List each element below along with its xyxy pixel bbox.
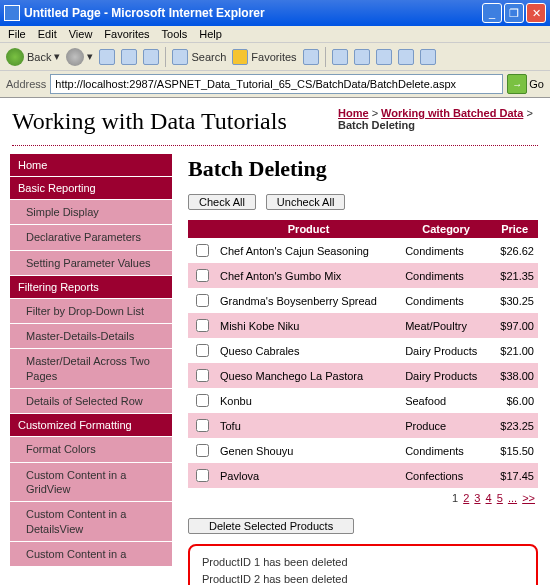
cell-price: $15.50 (491, 438, 538, 463)
cell-price: $23.25 (491, 413, 538, 438)
research-icon[interactable] (420, 49, 436, 65)
favorites-label: Favorites (251, 51, 296, 63)
table-row: TofuProduce$23.25 (188, 413, 538, 438)
nav-item[interactable]: Master-Details-Details (10, 324, 172, 349)
row-checkbox[interactable] (196, 469, 209, 482)
menu-help[interactable]: Help (199, 28, 222, 40)
nav-item[interactable]: Details of Selected Row (10, 389, 172, 414)
nav-item[interactable]: Custom Content in a (10, 542, 172, 567)
minimize-button[interactable]: _ (482, 3, 502, 23)
row-checkbox[interactable] (196, 319, 209, 332)
nav-item[interactable]: Simple Display (10, 200, 172, 225)
go-icon: → (507, 74, 527, 94)
menu-view[interactable]: View (69, 28, 93, 40)
breadcrumb-parent[interactable]: Working with Batched Data (381, 107, 523, 119)
cell-price: $97.00 (491, 313, 538, 338)
nav-item[interactable]: Master/Detail Across Two Pages (10, 349, 172, 389)
pager-page[interactable]: 2 (463, 492, 469, 504)
table-row: PavlovaConfections$17.45 (188, 463, 538, 488)
breadcrumb-current: Batch Deleting (338, 119, 415, 131)
cell-category: Dairy Products (401, 338, 491, 363)
nav-head[interactable]: Basic Reporting (10, 177, 172, 200)
search-label: Search (191, 51, 226, 63)
breadcrumb-home[interactable]: Home (338, 107, 369, 119)
close-button[interactable]: ✕ (526, 3, 546, 23)
window-titlebar: Untitled Page - Microsoft Internet Explo… (0, 0, 550, 26)
col-category[interactable]: Category (401, 220, 491, 238)
pager-current: 1 (452, 492, 458, 504)
pager-page[interactable]: 3 (474, 492, 480, 504)
col-check (188, 220, 216, 238)
mail-icon[interactable] (332, 49, 348, 65)
pager-page[interactable]: 5 (497, 492, 503, 504)
forward-icon (66, 48, 84, 66)
cell-product: Chef Anton's Gumbo Mix (216, 263, 401, 288)
row-checkbox[interactable] (196, 444, 209, 457)
cell-product: Tofu (216, 413, 401, 438)
forward-button[interactable]: ▾ (66, 48, 93, 66)
row-checkbox[interactable] (196, 294, 209, 307)
result-message: ProductID 2 has been deleted (202, 571, 524, 586)
nav-head[interactable]: Filtering Reports (10, 276, 172, 299)
cell-category: Confections (401, 463, 491, 488)
sidebar: HomeBasic ReportingSimple DisplayDeclara… (0, 150, 172, 585)
menu-edit[interactable]: Edit (38, 28, 57, 40)
uncheck-all-button[interactable]: Uncheck All (266, 194, 345, 210)
row-checkbox[interactable] (196, 344, 209, 357)
menu-file[interactable]: File (8, 28, 26, 40)
pager-page[interactable]: 4 (486, 492, 492, 504)
cell-product: Grandma's Boysenberry Spread (216, 288, 401, 313)
back-button[interactable]: Back ▾ (6, 48, 60, 66)
cell-price: $17.45 (491, 463, 538, 488)
history-icon[interactable] (303, 49, 319, 65)
edit-icon[interactable] (376, 49, 392, 65)
discuss-icon[interactable] (398, 49, 414, 65)
nav-item[interactable]: Format Colors (10, 437, 172, 462)
table-row: Chef Anton's Gumbo MixCondiments$21.35 (188, 263, 538, 288)
cell-category: Condiments (401, 263, 491, 288)
cell-price: $21.35 (491, 263, 538, 288)
menu-tools[interactable]: Tools (162, 28, 188, 40)
search-icon (172, 49, 188, 65)
row-checkbox[interactable] (196, 269, 209, 282)
go-button[interactable]: →Go (507, 74, 544, 94)
restore-button[interactable]: ❐ (504, 3, 524, 23)
cell-product: Pavlova (216, 463, 401, 488)
cell-category: Produce (401, 413, 491, 438)
print-icon[interactable] (354, 49, 370, 65)
cell-price: $38.00 (491, 363, 538, 388)
nav-item[interactable]: Declarative Parameters (10, 225, 172, 250)
nav-item[interactable]: Filter by Drop-Down List (10, 299, 172, 324)
nav-item[interactable]: Setting Parameter Values (10, 251, 172, 276)
nav-head[interactable]: Customized Formatting (10, 414, 172, 437)
nav-head[interactable]: Home (10, 154, 172, 177)
row-checkbox[interactable] (196, 244, 209, 257)
divider (12, 145, 538, 146)
cell-price: $6.00 (491, 388, 538, 413)
stop-icon[interactable] (99, 49, 115, 65)
address-label: Address (6, 78, 46, 90)
pager-next[interactable]: >> (522, 492, 535, 504)
content-heading: Batch Deleting (188, 156, 538, 182)
table-row: Mishi Kobe NikuMeat/Poultry$97.00 (188, 313, 538, 338)
home-icon[interactable] (143, 49, 159, 65)
menubar: File Edit View Favorites Tools Help (0, 26, 550, 43)
refresh-icon[interactable] (121, 49, 137, 65)
search-button[interactable]: Search (172, 49, 226, 65)
col-price[interactable]: Price (491, 220, 538, 238)
col-product[interactable]: Product (216, 220, 401, 238)
menu-favorites[interactable]: Favorites (104, 28, 149, 40)
favorites-button[interactable]: Favorites (232, 49, 296, 65)
row-checkbox[interactable] (196, 369, 209, 382)
cell-product: Konbu (216, 388, 401, 413)
pager: 1 2 3 4 5 ... >> (188, 488, 538, 508)
row-checkbox[interactable] (196, 394, 209, 407)
pager-ellipsis[interactable]: ... (508, 492, 517, 504)
cell-product: Genen Shouyu (216, 438, 401, 463)
check-all-button[interactable]: Check All (188, 194, 256, 210)
row-checkbox[interactable] (196, 419, 209, 432)
nav-item[interactable]: Custom Content in a GridView (10, 463, 172, 503)
delete-selected-button[interactable]: Delete Selected Products (188, 518, 354, 534)
nav-item[interactable]: Custom Content in a DetailsView (10, 502, 172, 542)
address-input[interactable] (50, 74, 503, 94)
